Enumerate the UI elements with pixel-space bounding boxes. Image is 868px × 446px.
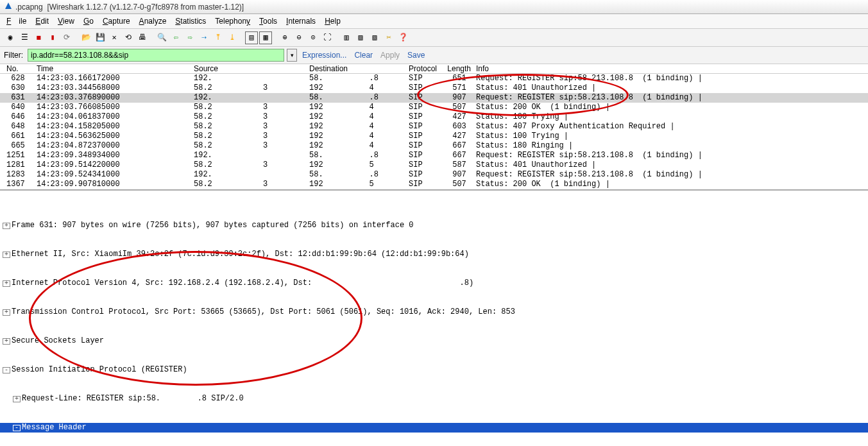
menu-file[interactable]: File: [3, 15, 30, 27]
packet-list[interactable]: 62814:23:03.166172000192.58. .8SIP651 Re…: [0, 74, 868, 189]
packet-details-pane[interactable]: +Frame 631: 907 bytes on wire (7256 bits…: [0, 189, 868, 446]
tb-stop-icon[interactable]: ▮: [46, 31, 59, 44]
menu-analyze[interactable]: Analyze: [135, 15, 171, 27]
main-toolbar: ◉ ☰ ◼ ▮ ⟳ 📂 💾 ✕ ⟲ 🖶 🔍 ⇦ ⇨ ⇢ ⤒ ⤓ ▤ ▦ ⊕ ⊖ …: [0, 29, 868, 47]
tb-autoscroll-icon[interactable]: ▦: [259, 31, 272, 44]
tb-zoomout-icon[interactable]: ⊖: [293, 31, 305, 44]
col-header-info[interactable]: Info: [476, 64, 867, 73]
expand-icon[interactable]: +: [3, 280, 10, 287]
table-row[interactable]: 64014:23:03.76608500058.2 3192 4SIP507 S…: [0, 103, 868, 112]
menu-view[interactable]: View: [54, 15, 78, 27]
collapse-icon[interactable]: -: [13, 425, 21, 431]
filter-label: Filter:: [4, 51, 23, 60]
table-row[interactable]: 128114:23:09.51422000058.2 3192 5SIP587 …: [0, 160, 868, 170]
table-row[interactable]: 63114:23:03.376890000192.58. .8SIP907 Re…: [0, 93, 868, 103]
packet-list-header: No. Time Source Destination Protocol Len…: [0, 64, 868, 74]
menu-help[interactable]: Help: [321, 15, 345, 27]
tree-ip[interactable]: +Internet Protocol Version 4, Src: 192.1…: [0, 279, 868, 288]
expand-icon[interactable]: +: [3, 252, 10, 258]
app-icon: [4, 1, 13, 12]
table-row[interactable]: 63014:23:03.34456800058.2 3192 4SIP571 S…: [0, 83, 868, 93]
tree-tcp[interactable]: +Transmission Control Protocol, Src Port…: [0, 307, 868, 317]
table-row[interactable]: 136714:23:09.90781000058.2 3192 5SIP507 …: [0, 180, 868, 189]
menu-go[interactable]: Go: [80, 15, 98, 27]
table-row[interactable]: 64814:23:04.15820500058.2 3192 4SIP603 S…: [0, 122, 868, 132]
collapse-icon[interactable]: -: [3, 367, 10, 373]
col-header-time[interactable]: Time: [37, 64, 194, 73]
tb-help-icon[interactable]: ❓: [396, 31, 409, 44]
col-header-no[interactable]: No.: [1, 64, 37, 73]
tb-find-icon[interactable]: 🔍: [155, 31, 168, 44]
tree-request-line[interactable]: +Request-Line: REGISTER sip:58. .8 SIP/2…: [0, 394, 868, 404]
menu-tools[interactable]: Tools: [255, 15, 281, 27]
tb-first-icon[interactable]: ⤒: [212, 31, 225, 44]
filter-dropdown-icon[interactable]: ▾: [287, 49, 297, 62]
tb-forward-icon[interactable]: ⇨: [183, 31, 196, 44]
tb-zoomin-icon[interactable]: ⊕: [278, 31, 291, 44]
filter-input[interactable]: [28, 49, 284, 62]
expression-button[interactable]: Expression...: [302, 51, 346, 60]
tb-last-icon[interactable]: ⤓: [226, 31, 239, 44]
tb-back-icon[interactable]: ⇦: [169, 31, 182, 44]
col-header-length[interactable]: Length: [445, 64, 476, 73]
tb-goto-icon[interactable]: ⇢: [198, 31, 210, 44]
table-row[interactable]: 62814:23:03.166172000192.58. .8SIP651 Re…: [0, 74, 868, 83]
menu-capture[interactable]: Capture: [99, 15, 134, 27]
window-title: .pcapng [Wireshark 1.12.7 (v1.12.7-0-g7f…: [15, 3, 244, 12]
tb-close-icon[interactable]: ✕: [108, 31, 121, 44]
tb-dispfilter-icon[interactable]: ▨: [354, 31, 367, 44]
tree-message-header[interactable]: -Message Header: [0, 423, 868, 433]
clear-button[interactable]: Clear: [354, 51, 373, 60]
expand-icon[interactable]: +: [13, 396, 21, 402]
tb-prefs-icon[interactable]: ✂: [382, 31, 395, 44]
tb-restart-icon[interactable]: ⟳: [60, 31, 73, 44]
menu-bar: File Edit View Go Capture Analyze Statis…: [0, 14, 868, 29]
apply-button[interactable]: Apply: [380, 51, 400, 60]
table-row[interactable]: 66514:23:04.87237000058.2 3192 4SIP667 S…: [0, 141, 868, 151]
expand-icon[interactable]: +: [3, 309, 10, 316]
tb-save-icon[interactable]: 💾: [94, 31, 106, 44]
table-row[interactable]: 128314:23:09.524341000192.58. .8SIP907 R…: [0, 170, 868, 180]
col-header-source[interactable]: Source: [194, 64, 309, 73]
menu-statistics[interactable]: Statistics: [171, 15, 210, 27]
tree-sip[interactable]: -Session Initiation Protocol (REGISTER): [0, 365, 868, 375]
menu-internals[interactable]: Internals: [282, 15, 319, 27]
tree-frame[interactable]: +Frame 631: 907 bytes on wire (7256 bits…: [0, 221, 868, 230]
tb-colorize-icon[interactable]: ▤: [245, 31, 258, 44]
tb-start-icon[interactable]: ◼: [32, 31, 45, 44]
col-header-dest[interactable]: Destination: [309, 64, 409, 73]
tb-interfaces-icon[interactable]: ◉: [4, 31, 17, 44]
tree-ethernet[interactable]: +Ethernet II, Src: XiaomiIm_39:2c:2f (7c…: [0, 250, 868, 259]
tb-resize-icon[interactable]: ⛶: [321, 31, 334, 44]
window-appname: [Wireshark 1.12.7 (v1.12.7-0-g7fc8978 fr…: [47, 3, 244, 12]
save-button[interactable]: Save: [407, 51, 425, 60]
tree-ssl[interactable]: +Secure Sockets Layer: [0, 336, 868, 346]
table-row[interactable]: 64614:23:04.06183700058.2 3192 4SIP427 S…: [0, 112, 868, 122]
menu-telephony[interactable]: Telephony: [211, 15, 254, 27]
tb-reload-icon[interactable]: ⟲: [122, 31, 135, 44]
menu-edit[interactable]: Edit: [31, 15, 53, 27]
window-title-bar: .pcapng [Wireshark 1.12.7 (v1.12.7-0-g7f…: [0, 0, 868, 14]
col-header-protocol[interactable]: Protocol: [409, 64, 445, 73]
filter-toolbar: Filter: ▾ Expression... Clear Apply Save: [0, 47, 868, 64]
tb-coloring-icon[interactable]: ▧: [368, 31, 381, 44]
tb-options-icon[interactable]: ☰: [18, 31, 31, 44]
expand-icon[interactable]: +: [3, 223, 10, 229]
tb-print-icon[interactable]: 🖶: [136, 31, 149, 44]
tb-open-icon[interactable]: 📂: [80, 31, 92, 44]
table-row[interactable]: 66114:23:04.56362500058.2 3192 4SIP427 S…: [0, 132, 868, 141]
tb-capfilter-icon[interactable]: ▥: [340, 31, 353, 44]
table-row[interactable]: 125114:23:09.348934000192.58. .8SIP667 R…: [0, 151, 868, 160]
tb-zoom100-icon[interactable]: ⊙: [307, 31, 319, 44]
expand-icon[interactable]: +: [3, 338, 10, 345]
window-filename: .pcapng: [15, 3, 43, 12]
